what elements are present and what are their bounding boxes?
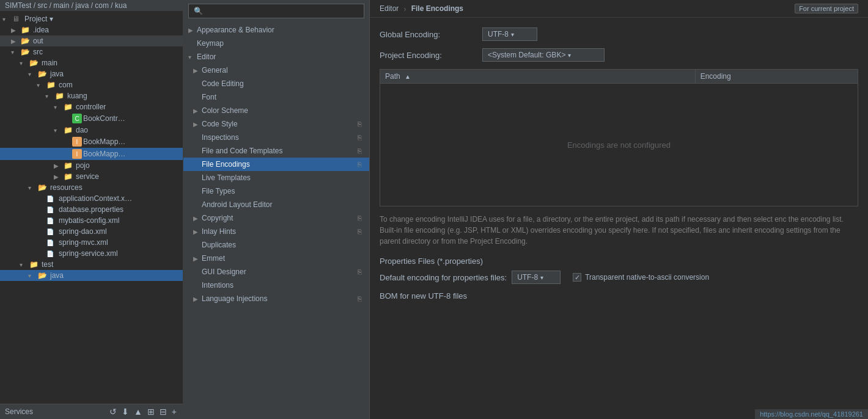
tree-item-springservice[interactable]: 📄 spring-service.xml xyxy=(0,248,183,259)
class-i-icon: I xyxy=(72,137,82,147)
bom-row: BOM for new UTF-8 files xyxy=(380,291,858,301)
breadcrumb: SIMTest / src / main / java / com / kua xyxy=(0,0,183,11)
tree-label: spring-mvc.xml xyxy=(59,238,108,247)
services-btn-add[interactable]: + xyxy=(171,407,178,417)
project-encoding-dropdown[interactable]: <System Default: GBK> ▾ xyxy=(482,48,605,62)
tree-label: pojo xyxy=(76,161,90,170)
tree-item-resources[interactable]: ▾ 📂 resources xyxy=(0,182,183,193)
settings-copy-icon: ⎘ xyxy=(355,268,364,275)
settings-item-livetemplates[interactable]: Live Templates xyxy=(183,171,369,184)
tree-label: spring-service.xml xyxy=(59,249,118,258)
settings-item-inspections[interactable]: Inspections ⎘ xyxy=(183,131,369,144)
services-btn-refresh[interactable]: ↺ xyxy=(108,407,118,417)
table-col-path[interactable]: Path ▲ xyxy=(380,70,696,83)
tree-item-out[interactable]: ▶ 📂 out xyxy=(0,35,183,46)
settings-label: File Types xyxy=(202,187,364,195)
settings-item-inlayhints[interactable]: ▶ Inlay Hints ⎘ xyxy=(183,225,369,238)
path-col-label: Path xyxy=(385,72,400,81)
expand-arrow: ▶ xyxy=(188,27,197,34)
settings-item-filetypes[interactable]: File Types xyxy=(183,184,369,198)
settings-label: Emmet xyxy=(202,254,364,263)
folder-icon: 📁 xyxy=(55,92,66,100)
tree-item-java[interactable]: ▾ 📂 java xyxy=(0,68,183,79)
transparent-conversion-checkbox[interactable] xyxy=(573,273,581,282)
settings-label: General xyxy=(202,66,364,75)
table-header: Path ▲ Encoding xyxy=(380,70,858,84)
settings-item-intentions[interactable]: Intentions xyxy=(183,279,369,292)
settings-label: GUI Designer xyxy=(202,268,355,276)
settings-item-colorscheme[interactable]: ▶ Color Scheme xyxy=(183,104,369,117)
settings-item-androidlayout[interactable]: Android Layout Editor xyxy=(183,198,369,211)
tree-item-test[interactable]: ▾ 📁 test xyxy=(0,259,183,270)
settings-item-fileandcode[interactable]: File and Code Templates ⎘ xyxy=(183,144,369,158)
tree-label: spring-dao.xml xyxy=(59,227,107,236)
settings-item-editor[interactable]: ▾ Editor xyxy=(183,50,369,64)
tree-label: src xyxy=(33,48,43,56)
settings-item-general[interactable]: ▶ General xyxy=(183,64,369,77)
settings-item-keymap[interactable]: Keymap xyxy=(183,37,369,50)
tree-item-springmvc[interactable]: 📄 spring-mvc.xml xyxy=(0,237,183,248)
tree-item-mybatis[interactable]: 📄 mybatis-config.xml xyxy=(0,215,183,226)
services-btn-down[interactable]: ⬇ xyxy=(120,407,130,417)
folder-icon: 📂 xyxy=(29,59,40,67)
services-btn-up[interactable]: ▲ xyxy=(133,407,144,417)
xml-file-icon: 📄 xyxy=(46,195,57,202)
settings-item-guidesigner[interactable]: GUI Designer ⎘ xyxy=(183,265,369,279)
tree-label: service xyxy=(76,172,99,181)
tree-item-com[interactable]: ▾ 📁 com xyxy=(0,79,183,90)
services-btn-grid[interactable]: ⊞ xyxy=(146,407,156,417)
tree-item-springdao[interactable]: 📄 spring-dao.xml xyxy=(0,226,183,237)
tree-item-bookmapp2[interactable]: I BookMapp… xyxy=(0,148,183,160)
tree-item-main[interactable]: ▾ 📂 main xyxy=(0,57,183,68)
settings-item-codeediting[interactable]: Code Editing xyxy=(183,77,369,90)
expand-arrow: ▶ xyxy=(193,255,202,262)
xml-file-icon: 📄 xyxy=(46,250,57,257)
tree-item-bookcontrol[interactable]: C BookContr… xyxy=(0,112,183,125)
settings-item-duplicates[interactable]: Duplicates xyxy=(183,238,369,252)
tree-label: BookContr… xyxy=(83,114,125,123)
tree-arrow: ▾ xyxy=(54,127,64,134)
settings-item-emmet[interactable]: ▶ Emmet xyxy=(183,252,369,265)
table-col-encoding: Encoding xyxy=(696,70,858,83)
project-encoding-value: <System Default: GBK> xyxy=(488,51,565,59)
settings-copy-icon: ⎘ xyxy=(355,295,364,302)
tree-item-controller[interactable]: ▾ 📁 controller xyxy=(0,101,183,112)
tree-item-dao[interactable]: ▾ 📁 dao xyxy=(0,125,183,136)
global-encoding-dropdown[interactable]: UTF-8 ▾ xyxy=(482,27,537,41)
tree-item-project[interactable]: ▾ 🖥 Project ▾ xyxy=(0,13,183,24)
properties-encoding-dropdown[interactable]: UTF-8 ▾ xyxy=(512,271,561,284)
services-btn-filter[interactable]: ⊟ xyxy=(158,407,168,417)
encodings-table: Path ▲ Encoding Encodings are not config… xyxy=(380,69,858,206)
settings-label: Code Style xyxy=(202,120,355,128)
tree-item-kuang[interactable]: ▾ 📁 kuang xyxy=(0,90,183,101)
tree-item-appcontext[interactable]: 📄 applicationContext.x… xyxy=(0,193,183,204)
settings-search-input[interactable] xyxy=(188,4,364,18)
tree-item-service[interactable]: ▶ 📁 service xyxy=(0,171,183,182)
expand-arrow: ▶ xyxy=(193,121,202,128)
settings-item-appearance[interactable]: ▶ Appearance & Behavior xyxy=(183,23,369,37)
settings-item-font[interactable]: Font xyxy=(183,90,369,104)
folder-icon: 📁 xyxy=(64,126,75,134)
breadcrumb-separator: › xyxy=(403,4,406,13)
settings-label: Color Scheme xyxy=(202,106,364,115)
settings-item-fileencodings[interactable]: File Encodings ⎘ xyxy=(183,158,369,171)
tree-label: BookMapp… xyxy=(83,150,125,158)
tree-item-testjava[interactable]: ▾ 📂 java xyxy=(0,270,183,281)
folder-icon: 📁 xyxy=(64,161,75,170)
tree-arrow: ▾ xyxy=(28,272,38,279)
properties-section-title: Properties Files (*.properties) xyxy=(380,257,858,266)
java-folder-icon: 📂 xyxy=(38,271,49,280)
settings-item-languageinjections[interactable]: ▶ Language Injections ⎘ xyxy=(183,292,369,305)
tree-item-pojo[interactable]: ▶ 📁 pojo xyxy=(0,160,183,171)
tree-item-idea[interactable]: ▶ 📁 .idea xyxy=(0,24,183,35)
tree-item-src[interactable]: ▾ 📂 src xyxy=(0,46,183,57)
settings-item-copyright[interactable]: ▶ Copyright ⎘ xyxy=(183,211,369,225)
tree-label: dao xyxy=(76,126,88,134)
tree-item-bookmapp1[interactable]: I BookMapp… xyxy=(0,136,183,148)
settings-item-codestyle[interactable]: ▶ Code Style ⎘ xyxy=(183,117,369,131)
settings-label: Keymap xyxy=(197,39,364,48)
tree-label: controller xyxy=(76,103,106,111)
tree-item-dbprops[interactable]: 📄 database.properties xyxy=(0,204,183,215)
tree-arrow: ▾ xyxy=(28,71,38,78)
content-header: Editor › File Encodings For current proj… xyxy=(370,0,868,18)
